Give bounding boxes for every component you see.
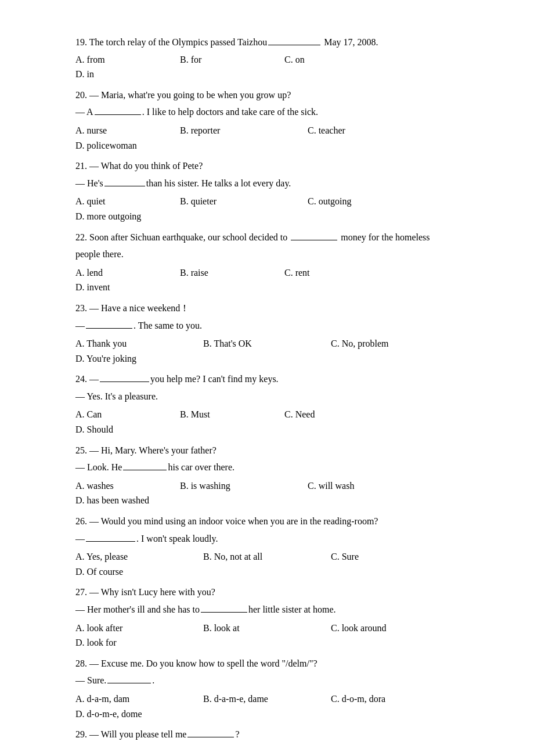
q21-optD: D. more outgoing	[75, 209, 192, 224]
q28-optA: A. d-a-m, dam	[75, 692, 192, 707]
question-29: 29. — Will you please tell me?	[75, 727, 459, 742]
q20-optD: D. policewoman	[75, 138, 192, 153]
q25-optB: B. is washing	[180, 478, 296, 494]
q24-blank	[100, 381, 149, 382]
q26-optC: C. Sure	[331, 549, 424, 564]
q22-options: A. lend B. raise C. rent D. invent	[75, 265, 459, 295]
q26-optB: B. No, not at all	[203, 549, 319, 564]
q24-optC: C. Need	[284, 407, 400, 422]
q25-optC: C. will wash	[308, 478, 424, 494]
q25-line2: — Look. Hehis car over there.	[75, 460, 459, 475]
q22-line2: people there.	[75, 247, 459, 262]
q19-optD: D. in	[75, 67, 168, 82]
q22-optD: D. invent	[75, 280, 168, 295]
q24-optD: D. Should	[75, 422, 192, 437]
q25-line1: 25. — Hi, Mary. Where's your father?	[75, 443, 459, 458]
q28-line2: — Sure..	[75, 673, 459, 688]
q24-line2: — Yes. It's a pleasure.	[75, 389, 459, 404]
q22-blank	[291, 240, 337, 240]
q25-optA: A. washes	[75, 478, 168, 494]
q27-options: A. look after B. look at C. look around …	[75, 621, 459, 650]
question-28: 28. — Excuse me. Do you know how to spel…	[75, 656, 459, 721]
q19-optA: A. from	[75, 52, 168, 67]
q24-line1: 24. —you help me? I can't find my keys.	[75, 372, 459, 387]
q24-optA: A. Can	[75, 407, 168, 422]
q23-blank	[86, 328, 132, 329]
q27-optB: B. look at	[203, 621, 319, 636]
q19-options: A. from B. for C. on D. in	[75, 52, 459, 82]
q28-optC: C. d-o-m, dora	[331, 692, 447, 707]
q20-options: A. nurse B. reporter C. teacher D. polic…	[75, 123, 459, 153]
q19-text: 19. The torch relay of the Olympics pass…	[75, 35, 459, 50]
q21-line1: 21. — What do you think of Pete?	[75, 159, 459, 174]
q23-optB: B. That's OK	[203, 336, 319, 351]
q26-line1: 26. — Would you mind using an indoor voi…	[75, 514, 459, 529]
question-21: 21. — What do you think of Pete? — He'st…	[75, 159, 459, 224]
q23-line2: —. The same to you.	[75, 318, 459, 333]
question-19: 19. The torch relay of the Olympics pass…	[75, 35, 459, 82]
question-24: 24. —you help me? I can't find my keys. …	[75, 372, 459, 437]
q20-line2: — A. I like to help doctors and take car…	[75, 105, 459, 120]
question-26: 26. — Would you mind using an indoor voi…	[75, 514, 459, 579]
q25-optD: D. has been washed	[75, 493, 192, 508]
exam-content: 19. The torch relay of the Olympics pass…	[75, 35, 459, 742]
q19-optB: B. for	[180, 52, 273, 67]
q21-options: A. quiet B. quieter C. outgoing D. more …	[75, 194, 459, 224]
q21-optA: A. quiet	[75, 194, 168, 209]
q25-blank	[123, 470, 167, 470]
q23-options: A. Thank you B. That's OK C. No, problem…	[75, 336, 459, 366]
q26-optA: A. Yes, please	[75, 549, 192, 564]
q21-line2: — He'sthan his sister. He talks a lot ev…	[75, 176, 459, 191]
q21-blank	[104, 186, 145, 186]
q27-optC: C. look around	[331, 621, 447, 636]
q20-optC: C. teacher	[308, 123, 424, 138]
q26-blank	[86, 541, 135, 542]
q23-line1: 23. — Have a nice weekend！	[75, 301, 459, 316]
q27-blank	[201, 612, 247, 613]
q26-options: A. Yes, please B. No, not at all C. Sure…	[75, 549, 459, 579]
q28-optB: B. d-a-m-e, dame	[203, 692, 319, 707]
q25-options: A. washes B. is washing C. will wash D. …	[75, 478, 459, 508]
q29-line1: 29. — Will you please tell me?	[75, 727, 459, 742]
q27-optD: D. look for	[75, 635, 192, 650]
q22-line1: 22. Soon after Sichuan earthquake, our s…	[75, 230, 459, 245]
q23-optD: D. You're joking	[75, 351, 192, 366]
q27-line1: 27. — Why isn't Lucy here with you?	[75, 585, 459, 600]
q23-optA: A. Thank you	[75, 336, 192, 351]
q21-optC: C. outgoing	[308, 194, 424, 209]
q19-blank	[268, 45, 320, 45]
q28-options: A. d-a-m, dam B. d-a-m-e, dame C. d-o-m,…	[75, 692, 459, 721]
question-22: 22. Soon after Sichuan earthquake, our s…	[75, 230, 459, 295]
q20-blank	[95, 114, 141, 115]
q26-optD: D. Of course	[75, 564, 192, 579]
question-20: 20. — Maria, what're you going to be whe…	[75, 88, 459, 153]
question-27: 27. — Why isn't Lucy here with you? — He…	[75, 585, 459, 650]
q26-line2: —. I won't speak loudly.	[75, 531, 459, 546]
q28-optD: D. d-o-m-e, dome	[75, 707, 192, 722]
q28-line1: 28. — Excuse me. Do you know how to spel…	[75, 656, 459, 671]
q29-blank	[187, 737, 234, 737]
q27-line2: — Her mother's ill and she has toher lit…	[75, 602, 459, 617]
q20-optA: A. nurse	[75, 123, 168, 138]
q23-optC: C. No, problem	[331, 336, 447, 351]
q24-optB: B. Must	[180, 407, 273, 422]
q28-blank	[107, 683, 151, 683]
q20-optB: B. reporter	[180, 123, 296, 138]
question-25: 25. — Hi, Mary. Where's your father? — L…	[75, 443, 459, 508]
q22-optB: B. raise	[180, 265, 273, 280]
q22-optA: A. lend	[75, 265, 168, 280]
question-23: 23. — Have a nice weekend！ —. The same t…	[75, 301, 459, 366]
q22-optC: C. rent	[284, 265, 377, 280]
q27-optA: A. look after	[75, 621, 192, 636]
q24-options: A. Can B. Must C. Need D. Should	[75, 407, 459, 437]
q20-line1: 20. — Maria, what're you going to be whe…	[75, 88, 459, 103]
q19-optC: C. on	[284, 52, 377, 67]
q21-optB: B. quieter	[180, 194, 296, 209]
